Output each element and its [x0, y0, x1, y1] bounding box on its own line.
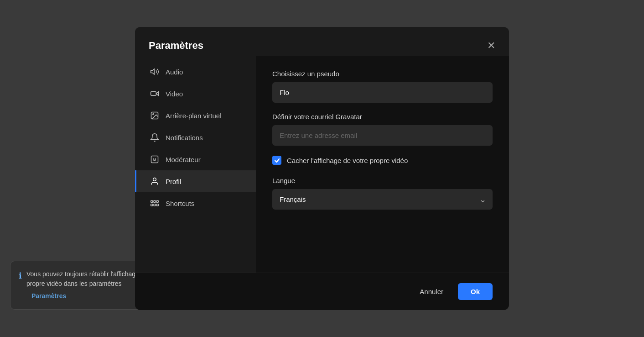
- sidebar-item-video[interactable]: Video: [135, 83, 256, 105]
- svg-point-7: [153, 178, 156, 181]
- sidebar-label-audio: Audio: [166, 68, 183, 76]
- sidebar-item-moderateur[interactable]: M Modérateur: [135, 148, 256, 170]
- image-icon: [150, 111, 159, 120]
- sidebar-item-profil[interactable]: Profil: [135, 170, 256, 192]
- volume-icon: [150, 67, 159, 76]
- username-input[interactable]: [272, 82, 493, 103]
- language-select-wrapper: Français English Español Deutsch Italian…: [272, 189, 493, 210]
- svg-rect-8: [151, 204, 153, 206]
- bell-icon: [150, 133, 159, 142]
- svg-marker-2: [156, 92, 158, 95]
- hide-video-label: Cacher l'affichage de votre propre vidéo: [287, 157, 408, 164]
- sidebar-label-background: Arrière-plan virtuel: [166, 112, 222, 120]
- svg-rect-13: [156, 200, 158, 202]
- email-label: Définir votre courriel Gravatar: [272, 113, 493, 121]
- sidebar-label-shortcuts: Shortcuts: [166, 200, 194, 207]
- settings-dialog: Paramètres ✕ Audio: [135, 27, 509, 310]
- sidebar-item-audio[interactable]: Audio: [135, 61, 256, 83]
- svg-rect-1: [151, 92, 156, 95]
- close-button[interactable]: ✕: [487, 41, 495, 51]
- moderator-icon: M: [150, 155, 159, 164]
- sidebar-label-notifications: Notifications: [166, 134, 203, 142]
- settings-body: Audio Video: [135, 56, 509, 273]
- profile-icon: [150, 177, 159, 186]
- svg-marker-0: [151, 69, 155, 74]
- settings-content: Choisissez un pseudo Définir votre courr…: [256, 56, 509, 273]
- sidebar-item-background[interactable]: Arrière-plan virtuel: [135, 105, 256, 126]
- email-input[interactable]: [272, 125, 493, 146]
- sidebar-label-video: Video: [166, 90, 183, 98]
- svg-rect-9: [154, 204, 156, 206]
- settings-header: Paramètres ✕: [135, 27, 509, 56]
- sidebar-item-shortcuts[interactable]: Shortcuts: [135, 192, 256, 214]
- username-label: Choisissez un pseudo: [272, 70, 493, 78]
- settings-sidebar: Audio Video: [135, 56, 256, 273]
- language-label: Langue: [272, 177, 493, 184]
- sidebar-item-notifications[interactable]: Notifications: [135, 126, 256, 148]
- svg-rect-10: [156, 204, 158, 206]
- modal-overlay: Paramètres ✕ Audio: [0, 0, 644, 337]
- svg-point-4: [153, 114, 154, 115]
- hide-video-checkbox[interactable]: [272, 156, 281, 165]
- video-icon: [150, 89, 159, 98]
- settings-title: Paramètres: [149, 40, 203, 52]
- svg-rect-12: [154, 200, 156, 202]
- shortcuts-icon: [150, 199, 159, 208]
- sidebar-label-profil: Profil: [166, 178, 181, 185]
- cancel-button[interactable]: Annuler: [412, 283, 451, 300]
- sidebar-label-moderateur: Modérateur: [166, 156, 201, 163]
- svg-text:M: M: [153, 158, 156, 162]
- svg-rect-11: [151, 200, 153, 202]
- hide-video-row: Cacher l'affichage de votre propre vidéo: [272, 156, 493, 165]
- language-select[interactable]: Français English Español Deutsch Italian…: [272, 189, 493, 210]
- settings-footer: Annuler Ok: [135, 273, 509, 310]
- ok-button[interactable]: Ok: [458, 283, 493, 300]
